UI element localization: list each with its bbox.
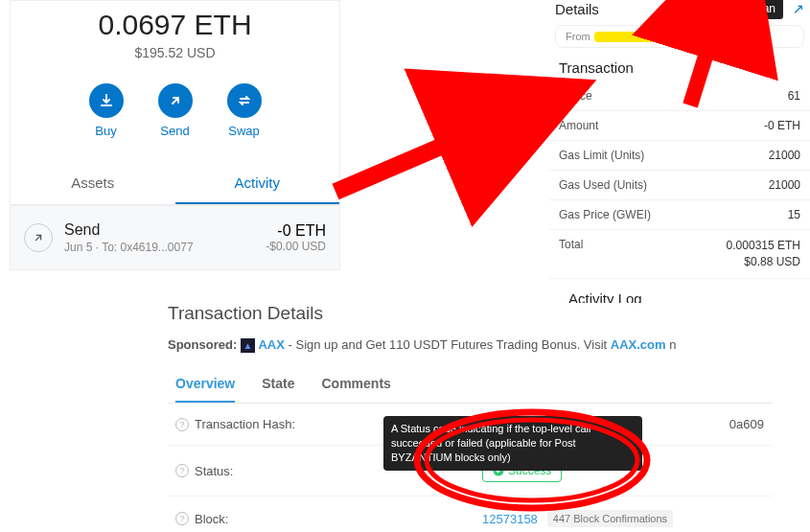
sponsor-logo-icon: ▲: [241, 338, 255, 353]
tab-state[interactable]: State: [262, 366, 294, 403]
external-link-icon[interactable]: ↗: [793, 1, 804, 16]
to-label: To:: [679, 31, 693, 42]
swap-label: Swap: [228, 124, 260, 138]
arrow-up-right-icon: [24, 223, 53, 252]
gas-limit-value: 21000: [769, 149, 800, 162]
to-address-redacted: [696, 32, 763, 42]
gas-price-value: 15: [788, 208, 800, 221]
sponsor-link[interactable]: AAX.com: [611, 337, 666, 352]
tx-subtitle: Jun 5 · To: 0x4619...0077: [64, 241, 266, 254]
total-eth: 0.000315 ETH: [727, 238, 800, 254]
tx-amount: -0 ETH: [266, 222, 326, 240]
buy-button[interactable]: Buy: [89, 83, 124, 138]
gas-used-value: 21000: [769, 178, 800, 192]
buy-label: Buy: [95, 124, 116, 138]
sponsored-label: Sponsored:: [168, 337, 237, 352]
swap-icon: [227, 83, 262, 118]
amount-value: -0 ETH: [764, 119, 800, 132]
balance-eth: 0.0697 ETH: [11, 9, 339, 41]
chevron-right-icon: 〉: [665, 30, 675, 43]
etherscan-tooltip: View on Etherscan: [672, 0, 783, 19]
status-tooltip: A Status code indicating if the top-leve…: [383, 416, 642, 471]
from-address-redacted: [594, 32, 661, 42]
download-icon: [89, 83, 124, 118]
sponsor-name[interactable]: AAX: [258, 337, 284, 352]
gas-price-label: Gas Price (GWEI): [559, 208, 651, 221]
nonce-label: Nonce: [559, 89, 592, 103]
etherscan-title: Transaction Details: [168, 303, 772, 324]
tab-assets[interactable]: Assets: [11, 163, 175, 204]
sponsor-text: - Sign up and Get 110 USDT Futures Tradi…: [285, 337, 611, 352]
total-label: Total: [559, 238, 583, 270]
sponsored-banner: Sponsored: ▲ AAX - Sign up and Get 110 U…: [168, 337, 772, 353]
tab-comments[interactable]: Comments: [322, 366, 391, 403]
row-nonce: Nonce 61: [549, 81, 810, 111]
from-label: From: [566, 31, 590, 42]
row-block: ? Block: 12573158 447 Block Confirmation…: [168, 497, 772, 532]
tx-title: Send: [64, 221, 266, 239]
swap-button[interactable]: Swap: [227, 83, 262, 138]
details-title: Details: [555, 1, 599, 17]
tab-activity[interactable]: Activity: [175, 163, 340, 204]
help-icon[interactable]: ?: [175, 418, 189, 431]
transaction-item[interactable]: Send Jun 5 · To: 0x4619...0077 -0 ETH -$…: [11, 205, 339, 269]
wallet-tabs: Assets Activity: [11, 163, 339, 205]
block-value[interactable]: 12573158: [482, 512, 538, 526]
tx-amount-usd: -$0.00 USD: [266, 240, 326, 253]
status-label: Status:: [195, 464, 233, 478]
arrow-up-right-icon: [158, 83, 193, 118]
row-total: Total 0.000315 ETH $0.88 USD: [549, 230, 810, 279]
balance-usd: $195.52 USD: [11, 45, 339, 60]
gas-limit-label: Gas Limit (Units): [559, 149, 644, 162]
hash-label: Transaction Hash:: [195, 417, 295, 431]
row-gas-price: Gas Price (GWEI) 15: [549, 200, 810, 230]
tab-overview[interactable]: Overview: [175, 366, 235, 403]
transaction-section: Transaction: [549, 48, 810, 81]
from-to-row: From 〉 To:: [555, 25, 804, 48]
hash-tail: 0a609: [729, 417, 764, 431]
wallet-panel: 0.0697 ETH $195.52 USD Buy Send Swap Ass…: [10, 0, 340, 270]
total-usd: $0.88 USD: [727, 254, 800, 270]
wallet-actions: Buy Send Swap: [11, 83, 339, 138]
etherscan-tabs: Overview State Comments: [168, 366, 772, 404]
annotation-arrow-1: [336, 134, 470, 192]
send-label: Send: [160, 124, 189, 138]
amount-label: Amount: [559, 119, 598, 132]
row-amount: Amount -0 ETH: [549, 111, 810, 141]
row-gas-limit: Gas Limit (Units) 21000: [549, 141, 810, 171]
nonce-value: 61: [788, 89, 800, 103]
help-icon[interactable]: ?: [175, 464, 189, 477]
row-gas-used: Gas Used (Units) 21000: [549, 171, 810, 200]
gas-used-label: Gas Used (Units): [559, 178, 647, 192]
block-confirmations: 447 Block Confirmations: [547, 510, 673, 527]
sponsor-tail: n: [666, 337, 677, 352]
block-label: Block:: [195, 512, 228, 526]
help-icon[interactable]: ?: [175, 512, 189, 525]
details-panel: Details View on Etherscan ↗ From 〉 To: T…: [549, 0, 810, 312]
send-button[interactable]: Send: [158, 83, 193, 138]
